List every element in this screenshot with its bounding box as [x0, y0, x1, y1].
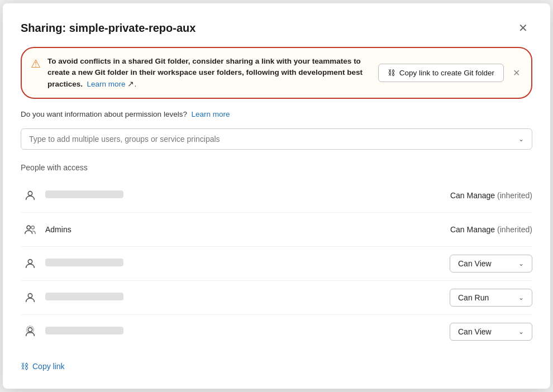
- svg-point-5: [28, 328, 32, 332]
- banner-close-button[interactable]: ✕: [511, 66, 522, 79]
- copy-link-footer-button[interactable]: ⛓ Copy link: [21, 362, 532, 371]
- person-icon: [21, 288, 40, 307]
- permission-label: Can Manage (inherited): [450, 225, 532, 234]
- table-row: Can View ⌄: [21, 315, 532, 348]
- blurred-name: [45, 327, 123, 334]
- link-chain-icon: ⛓: [388, 69, 395, 77]
- sharing-modal: Sharing: simple-private-repo-aux ✕ ⚠ To …: [3, 3, 550, 389]
- permission-learn-more-link[interactable]: Learn more: [191, 110, 230, 118]
- person-outline-icon: [21, 322, 40, 341]
- table-row: Can View ⌄: [21, 247, 532, 281]
- blurred-name: [45, 190, 123, 198]
- person-name: [45, 190, 450, 200]
- person-icon: [21, 254, 40, 273]
- can-view-dropdown-2[interactable]: Can View ⌄: [450, 323, 532, 341]
- chevron-down-icon: ⌄: [518, 135, 524, 143]
- permission-label: Can Manage (inherited): [450, 191, 532, 200]
- warning-icon: ⚠: [31, 57, 41, 70]
- dropdown-value: Can Run: [458, 293, 489, 302]
- add-users-input-container[interactable]: ⌄: [21, 128, 532, 150]
- permission-info-row: Do you want information about permission…: [21, 110, 532, 118]
- svg-point-1: [27, 226, 30, 229]
- people-list: Can Manage (inherited) Admins Can Manage…: [21, 179, 532, 348]
- blurred-name: [45, 293, 123, 300]
- warning-text: To avoid conflicts in a shared Git folde…: [47, 56, 371, 90]
- dropdown-value: Can View: [458, 259, 492, 268]
- group-icon: [21, 220, 40, 239]
- svg-point-0: [28, 192, 32, 195]
- person-name-admins: Admins: [45, 225, 450, 234]
- modal-header: Sharing: simple-private-repo-aux ✕: [21, 19, 532, 37]
- table-row: Can Run ⌄: [21, 281, 532, 315]
- chevron-down-icon: ⌄: [518, 328, 524, 336]
- svg-point-3: [28, 260, 32, 264]
- chevron-down-icon: ⌄: [518, 294, 524, 302]
- can-view-dropdown-1[interactable]: Can View ⌄: [450, 255, 532, 273]
- chevron-down-icon: ⌄: [518, 260, 524, 267]
- copy-link-to-git-button[interactable]: ⛓ Copy link to create Git folder: [378, 64, 504, 82]
- person-name: [45, 293, 450, 302]
- svg-point-4: [28, 294, 32, 298]
- modal-title: Sharing: simple-private-repo-aux: [21, 22, 196, 35]
- person-icon: [21, 186, 40, 205]
- add-users-search-input[interactable]: [29, 135, 518, 144]
- person-name: [45, 259, 450, 268]
- person-name: [45, 327, 450, 336]
- close-button[interactable]: ✕: [514, 19, 532, 37]
- copy-link-label: Copy link: [32, 362, 65, 371]
- warning-learn-more-link[interactable]: Learn more: [87, 80, 126, 88]
- blurred-name: [45, 259, 123, 266]
- svg-point-2: [31, 226, 35, 229]
- table-row: Admins Can Manage (inherited): [21, 213, 532, 247]
- warning-banner: ⚠ To avoid conflicts in a shared Git fol…: [21, 47, 532, 99]
- dropdown-value: Can View: [458, 327, 492, 336]
- table-row: Can Manage (inherited): [21, 179, 532, 213]
- can-run-dropdown[interactable]: Can Run ⌄: [450, 289, 532, 307]
- people-with-access-label: People with access: [21, 163, 532, 172]
- link-icon: ⛓: [21, 362, 28, 371]
